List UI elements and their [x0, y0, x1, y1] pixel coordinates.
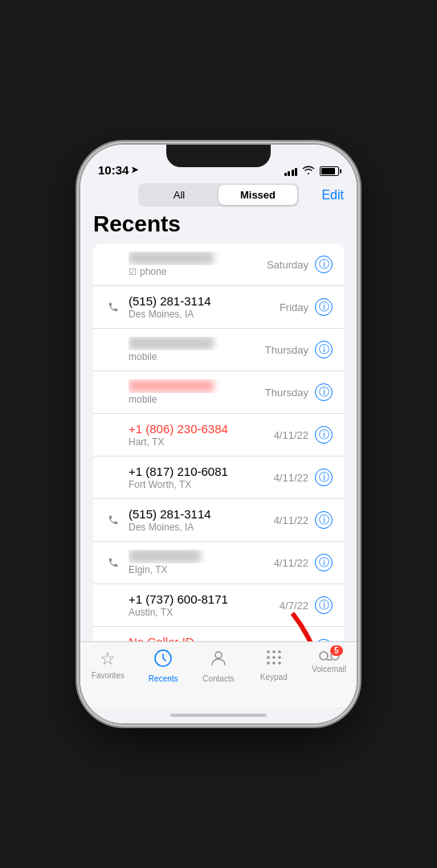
- sub-label: phone: [140, 266, 166, 277]
- info-button[interactable]: ⓘ: [315, 554, 333, 571]
- call-details: ████████ Elgin, TX: [129, 550, 274, 575]
- caller-name: +1 (806) 230-6384: [129, 422, 274, 436]
- notch: [166, 145, 271, 167]
- svg-point-3: [267, 650, 270, 653]
- call-details: +1 (806) 230-6384 Hart, TX: [129, 422, 274, 448]
- info-button[interactable]: ⓘ: [315, 639, 333, 641]
- battery-icon: [320, 166, 339, 176]
- signal-bar-4: [295, 168, 297, 176]
- segment-all[interactable]: All: [140, 185, 218, 205]
- caller-sub: Des Moines, IA: [129, 309, 280, 320]
- call-time: Thursday: [265, 344, 308, 356]
- blurred-name: ██████████: [129, 337, 214, 350]
- tab-label-contacts: Contacts: [202, 674, 234, 683]
- info-button[interactable]: ⓘ: [315, 469, 333, 486]
- voicemail-icon-wrap: 5: [319, 649, 340, 663]
- signal-bar-1: [284, 173, 287, 176]
- call-time: 4/11/22: [274, 429, 308, 441]
- info-button[interactable]: ⓘ: [315, 383, 333, 401]
- call-list: ██████████ ☑ phone Saturday ⓘ: [93, 244, 344, 641]
- svg-point-4: [272, 650, 276, 653]
- call-time: Thursday: [265, 387, 308, 399]
- signal-bar-2: [288, 171, 290, 176]
- tab-keypad[interactable]: Keypad: [246, 649, 301, 682]
- caller-name: (515) 281-3114: [129, 294, 280, 308]
- segment-control[interactable]: All Missed: [138, 183, 299, 207]
- tab-label-voicemail: Voicemail: [312, 665, 346, 674]
- blurred-name: ██████████: [129, 252, 214, 264]
- page-title: Recents: [80, 208, 357, 244]
- checkbox-icon: ☑: [129, 267, 137, 277]
- tab-bar: ☆ Favorites Recents: [80, 641, 357, 707]
- location-icon: ➤: [131, 165, 138, 175]
- caller-name: No Caller ID: [129, 635, 280, 641]
- phone-frame: 10:34 ➤: [80, 145, 357, 723]
- svg-point-9: [267, 661, 270, 665]
- call-item: (515) 281-3114 Des Moines, IA Friday ⓘ: [93, 286, 344, 329]
- time-text: 10:34: [98, 163, 129, 177]
- caller-name: ████████: [129, 550, 274, 563]
- caller-name: ██████████: [129, 337, 265, 350]
- call-details: (515) 281-3114 Des Moines, IA: [129, 294, 280, 320]
- call-details: ██████████ mobile: [129, 337, 265, 362]
- call-item: ████████ Elgin, TX 4/11/22 ⓘ: [93, 542, 344, 584]
- keypad-icon: [265, 649, 283, 671]
- home-indicator: [80, 707, 357, 723]
- call-time: Friday: [280, 301, 308, 313]
- caller-name: (515) 281-3114: [129, 507, 274, 521]
- signal-bar-3: [292, 170, 294, 176]
- svg-point-11: [278, 661, 281, 665]
- status-time: 10:34 ➤: [98, 163, 138, 177]
- call-list-area: ██████████ ☑ phone Saturday ⓘ: [80, 244, 357, 641]
- home-bar: [170, 714, 267, 717]
- call-time: 4/11/22: [274, 514, 308, 526]
- caller-sub: Fort Worth, TX: [129, 479, 274, 490]
- segment-missed[interactable]: Missed: [218, 185, 297, 205]
- phone-icon: [104, 557, 122, 568]
- edit-button[interactable]: Edit: [321, 188, 344, 202]
- phone-icon: [104, 301, 122, 313]
- call-details: +1 (737) 600-8171 Austin, TX: [129, 592, 280, 618]
- info-button[interactable]: ⓘ: [315, 596, 333, 614]
- svg-point-7: [272, 656, 276, 659]
- caller-name: ██████████: [129, 379, 265, 393]
- info-button[interactable]: ⓘ: [315, 256, 333, 273]
- call-details: ██████████ ☑ phone: [129, 252, 267, 277]
- caller-sub: mobile: [129, 351, 265, 362]
- contacts-icon: [209, 649, 228, 673]
- phone-icon: [104, 514, 122, 526]
- info-button[interactable]: ⓘ: [315, 341, 333, 358]
- caller-sub: Austin, TX: [129, 607, 280, 618]
- caller-sub: Hart, TX: [129, 436, 274, 448]
- caller-sub: Elgin, TX: [129, 564, 274, 575]
- caller-name: +1 (817) 210-6081: [129, 465, 274, 478]
- tab-label-favorites: Favorites: [92, 671, 125, 680]
- info-button[interactable]: ⓘ: [315, 426, 333, 444]
- svg-point-8: [278, 656, 281, 659]
- content-area: All Missed Edit Recents: [80, 180, 357, 641]
- call-item: (515) 281-3114 Des Moines, IA 4/11/22 ⓘ: [93, 499, 344, 542]
- tab-label-keypad: Keypad: [260, 673, 288, 682]
- call-item: +1 (737) 600-8171 Austin, TX 4/7/22 ⓘ: [93, 584, 344, 627]
- blurred-name: ████████: [129, 550, 201, 563]
- info-button[interactable]: ⓘ: [315, 298, 333, 316]
- svg-point-5: [278, 650, 281, 653]
- wifi-icon: [302, 165, 315, 177]
- svg-point-6: [267, 656, 270, 659]
- info-button[interactable]: ⓘ: [315, 511, 333, 529]
- call-details: (515) 281-3114 Des Moines, IA: [129, 507, 274, 533]
- svg-point-2: [215, 652, 222, 658]
- tab-favorites[interactable]: ☆ Favorites: [80, 649, 136, 680]
- svg-point-10: [272, 661, 276, 665]
- tab-voicemail[interactable]: 5 Voicemail: [301, 649, 357, 674]
- call-item: ██████████ mobile Thursday ⓘ: [93, 329, 344, 371]
- call-time: Saturday: [267, 259, 308, 271]
- status-icons: [284, 165, 340, 177]
- call-time: 4/7/22: [280, 600, 308, 612]
- screen: 10:34 ➤: [80, 145, 357, 723]
- tab-contacts[interactable]: Contacts: [191, 649, 247, 683]
- tab-recents[interactable]: Recents: [136, 649, 191, 683]
- call-item: ██████████ ☑ phone Saturday ⓘ: [93, 244, 344, 286]
- recents-icon: [153, 649, 173, 673]
- tab-label-recents: Recents: [149, 674, 178, 683]
